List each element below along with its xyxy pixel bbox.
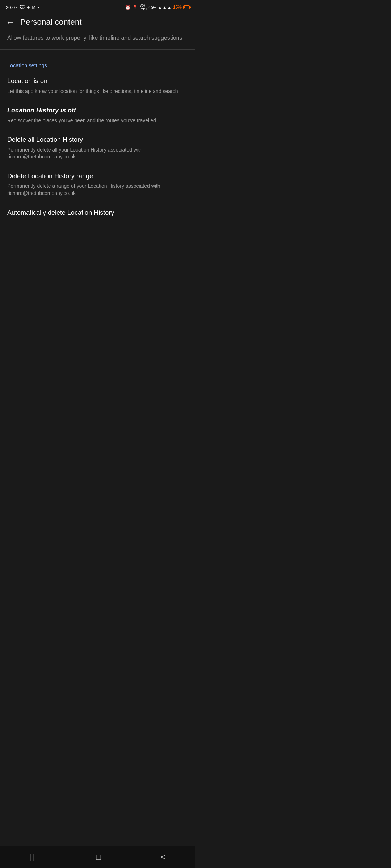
location-is-on-subtitle: Let this app know your location for thin…	[7, 88, 188, 95]
status-right: ⏰ 📍 Vo)LTE1 4G+ ▲▲▲ 15%	[125, 3, 190, 11]
section-divider	[0, 49, 196, 50]
battery-icon	[183, 5, 190, 9]
delete-all-subtitle: Permanently delete all your Location His…	[7, 146, 188, 161]
location-history-off-item[interactable]: Location History is off Rediscover the p…	[0, 101, 196, 130]
signal-lte: Vo)LTE1	[139, 3, 147, 11]
auto-delete-item[interactable]: Automatically delete Location History	[0, 203, 196, 225]
dot-indicator: •	[38, 5, 39, 10]
photo-icon: 🖼	[20, 5, 25, 10]
status-left: 20:07 🖼 ⊙ M •	[6, 5, 39, 10]
battery-percent: 15%	[173, 5, 182, 10]
signal-bars: ▲▲▲	[157, 5, 172, 10]
time-display: 20:07	[6, 5, 18, 10]
toolbar: ← Personal content	[0, 13, 196, 33]
content-area: Location settings Location is on Let thi…	[0, 57, 196, 254]
location-icon: 📍	[132, 5, 138, 10]
delete-range-item[interactable]: Delete Location History range Permanentl…	[0, 166, 196, 203]
delete-all-title: Delete all Location History	[7, 136, 188, 144]
status-bar: 20:07 🖼 ⊙ M • ⏰ 📍 Vo)LTE1 4G+ ▲▲▲ 15%	[0, 0, 196, 13]
delete-range-title: Delete Location History range	[7, 172, 188, 180]
location-settings-header: Location settings	[0, 57, 196, 71]
gmail-icon: M	[32, 5, 35, 9]
delete-range-subtitle: Permanently delete a range of your Locat…	[7, 183, 188, 197]
auto-delete-title: Automatically delete Location History	[7, 209, 188, 217]
signal-4g: 4G+	[148, 5, 156, 9]
location-history-off-title: Location History is off	[7, 106, 188, 115]
alarm-status-icon: ⏰	[125, 5, 131, 10]
location-is-on-title: Location is on	[7, 77, 188, 85]
alarm-icon: ⊙	[27, 5, 30, 10]
location-history-off-subtitle: Rediscover the places you've been and th…	[7, 117, 188, 124]
page-subtitle: Allow features to work properly, like ti…	[0, 33, 196, 49]
delete-all-location-history-item[interactable]: Delete all Location History Permanently …	[0, 130, 196, 166]
page-title: Personal content	[20, 17, 82, 27]
location-is-on-item[interactable]: Location is on Let this app know your lo…	[0, 71, 196, 101]
back-button[interactable]: ←	[6, 18, 14, 26]
